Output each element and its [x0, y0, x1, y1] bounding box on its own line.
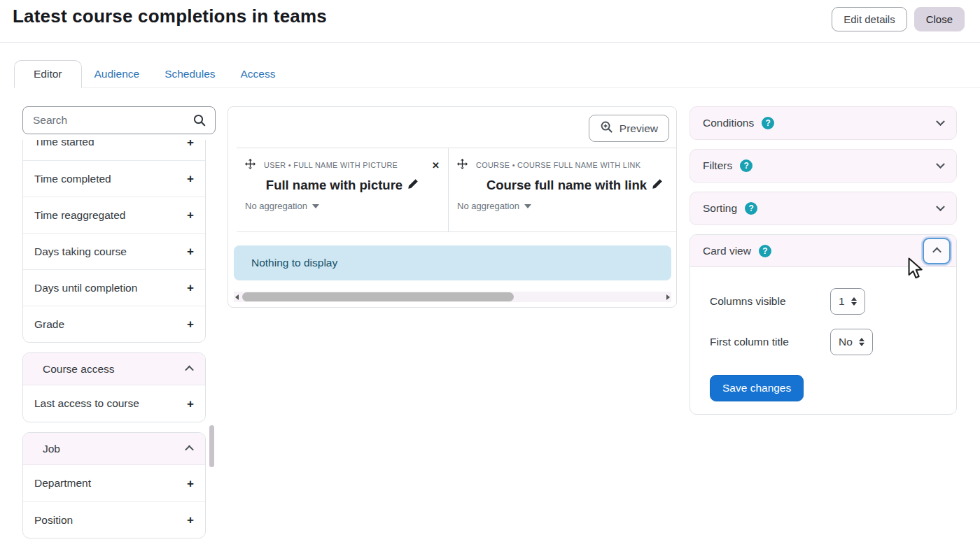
column-title: Full name with picture	[266, 178, 402, 193]
columns-visible-label: Columns visible	[710, 295, 830, 308]
search-input[interactable]	[33, 107, 183, 134]
item-label: Time reaggregated	[34, 209, 125, 222]
up-down-arrows-icon	[851, 297, 857, 306]
report-column-course-fullname: COURSE • COURSE FULL NAME WITH LINK ✕ Co…	[449, 148, 677, 231]
accordion-label: Card view	[703, 245, 751, 257]
scroll-right-arrow-icon[interactable]	[666, 294, 670, 300]
column-title: Course full name with link	[486, 178, 647, 193]
move-icon[interactable]	[457, 159, 468, 172]
section-label: Job	[43, 443, 60, 455]
select-value: No	[839, 336, 853, 348]
chevron-down-icon	[936, 117, 945, 126]
columns-sidebar: Time started + Time completed + Time rea…	[22, 106, 216, 542]
sidebar-section-job[interactable]: Job	[23, 433, 205, 465]
add-column-icon[interactable]: +	[187, 478, 194, 490]
item-label: Time started	[34, 140, 94, 148]
select-value: 1	[839, 295, 845, 308]
aggregation-label: No aggregation	[245, 201, 307, 211]
item-label: Last access to course	[34, 397, 139, 410]
horizontal-scrollbar-thumb[interactable]	[242, 292, 514, 301]
add-column-icon[interactable]: +	[187, 209, 194, 221]
zoom-in-icon	[600, 120, 613, 136]
search-icon[interactable]	[192, 113, 206, 130]
sidebar-item-days-taking-course[interactable]: Days taking course +	[23, 233, 205, 269]
column-entity-label: USER • FULL NAME WITH PICTURE	[264, 161, 398, 169]
add-column-icon[interactable]: +	[187, 173, 194, 185]
delete-column-icon[interactable]: ✕	[432, 160, 440, 171]
sidebar-item-time-started[interactable]: Time started +	[23, 140, 205, 160]
aggregation-dropdown[interactable]: No aggregation	[457, 201, 677, 211]
tab-editor[interactable]: Editor	[14, 60, 82, 88]
chevron-down-icon	[936, 202, 945, 211]
sidebar-item-department[interactable]: Department +	[23, 465, 205, 501]
card-view-section: Card view ? Columns visible 1 First colu…	[690, 234, 957, 415]
chevron-up-icon	[185, 366, 194, 375]
accordion-label: Filters	[703, 159, 732, 172]
section-label: Course access	[43, 363, 115, 376]
tab-schedules[interactable]: Schedules	[164, 61, 215, 87]
collapse-card-view-button[interactable]	[923, 238, 951, 264]
add-column-icon[interactable]: +	[187, 318, 194, 330]
report-column-user-fullname: USER • FULL NAME WITH PICTURE ✕ Full nam…	[237, 148, 449, 231]
chevron-up-icon	[932, 248, 941, 257]
help-icon[interactable]: ?	[745, 202, 757, 215]
preview-button[interactable]: Preview	[589, 115, 669, 142]
sidebar-section-course-access[interactable]: Course access	[23, 353, 205, 385]
chevron-up-icon	[185, 445, 194, 455]
item-label: Days until completion	[34, 282, 137, 294]
item-label: Grade	[34, 318, 64, 331]
sidebar-item-position[interactable]: Position +	[23, 501, 205, 538]
sidebar-item-grade[interactable]: Grade +	[23, 306, 205, 342]
preview-label: Preview	[620, 122, 658, 135]
sidebar-list-viewport: Time started + Time completed + Time rea…	[22, 140, 206, 542]
add-column-icon[interactable]: +	[187, 140, 194, 148]
edit-details-button[interactable]: Edit details	[832, 7, 906, 31]
save-changes-button[interactable]: Save changes	[710, 375, 804, 401]
close-button[interactable]: Close	[914, 7, 965, 31]
caret-down-icon	[312, 204, 319, 208]
sidebar-item-time-reaggregated[interactable]: Time reaggregated +	[23, 197, 205, 233]
aggregation-dropdown[interactable]: No aggregation	[245, 201, 440, 211]
sidebar-scrollbar[interactable]	[209, 425, 214, 467]
help-icon[interactable]: ?	[740, 159, 752, 172]
add-column-icon[interactable]: +	[187, 398, 194, 410]
first-column-title-label: First column title	[710, 336, 830, 348]
help-icon[interactable]: ?	[762, 117, 774, 129]
accordion-sorting[interactable]: Sorting ?	[690, 192, 957, 225]
add-column-icon[interactable]: +	[187, 282, 194, 294]
add-column-icon[interactable]: +	[187, 514, 194, 526]
accordion-label: Sorting	[703, 202, 737, 215]
tab-access[interactable]: Access	[241, 61, 276, 87]
empty-results-alert: Nothing to display	[234, 245, 671, 280]
chevron-down-icon	[936, 159, 945, 169]
move-icon[interactable]	[245, 159, 255, 172]
accordion-card-view[interactable]: Card view ?	[690, 235, 956, 267]
edit-pencil-icon[interactable]	[407, 178, 419, 193]
sidebar-group-times: Time started + Time completed + Time rea…	[22, 140, 206, 343]
tab-bar: Editor Audience Schedules Access	[14, 59, 980, 88]
up-down-arrows-icon	[859, 338, 864, 346]
search-box	[22, 106, 216, 134]
edit-pencil-icon[interactable]	[652, 178, 663, 193]
item-label: Position	[34, 514, 73, 527]
first-column-title-select[interactable]: No	[830, 329, 873, 355]
header-actions: Edit details Close	[832, 7, 965, 31]
header-divider	[0, 42, 980, 43]
sidebar-item-last-access-to-course[interactable]: Last access to course +	[23, 385, 205, 422]
scroll-left-arrow-icon[interactable]	[235, 294, 239, 300]
sidebar-group-course-access: Course access Last access to course +	[22, 352, 206, 422]
report-settings-panel: Conditions ? Filters ? Sorting ? Card vi…	[690, 106, 957, 415]
column-entity-label: COURSE • COURSE FULL NAME WITH LINK	[476, 161, 640, 169]
accordion-conditions[interactable]: Conditions ?	[690, 106, 957, 140]
add-column-icon[interactable]: +	[187, 245, 194, 257]
tab-audience[interactable]: Audience	[94, 61, 140, 87]
accordion-filters[interactable]: Filters ?	[690, 149, 957, 183]
caret-down-icon	[524, 204, 531, 208]
columns-visible-select[interactable]: 1	[830, 288, 865, 315]
sidebar-item-time-completed[interactable]: Time completed +	[23, 160, 205, 197]
sidebar-item-days-until-completion[interactable]: Days until completion +	[23, 269, 205, 306]
item-label: Days taking course	[34, 245, 127, 258]
help-icon[interactable]: ?	[759, 245, 771, 257]
sidebar-list: Time started + Time completed + Time rea…	[22, 140, 206, 539]
horizontal-scrollbar[interactable]	[234, 292, 671, 302]
